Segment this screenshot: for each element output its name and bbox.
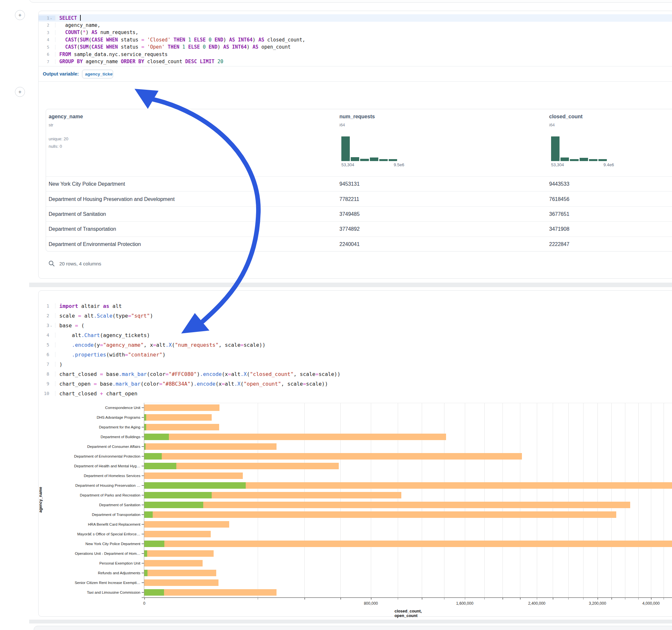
code-line[interactable]: 4 CAST(SUM(CASE WHEN status = 'Closed' T… [39,36,672,44]
bar-closed-count[interactable] [144,414,212,421]
y-axis-label: Correspondence Unit [0,403,140,413]
code-line[interactable]: 7) [39,359,672,369]
x-axis-label: 1,600,000 [456,601,473,606]
fold-chevron-icon[interactable]: ⌄ [50,16,53,20]
gridline [568,403,569,597]
cell-value: 2240041 [339,241,360,247]
code-line[interactable]: 3 COUNT(*) AS num_requests, [39,29,672,36]
column-header[interactable]: closed_count [549,114,582,120]
table-row[interactable]: Department of Transportation377489234719… [46,221,672,237]
line-number: 2 [39,23,55,28]
code-line[interactable]: 5 .encode(y="agency_name", x=alt.X("num_… [39,340,672,350]
code-line[interactable]: 1⌄SELECT [39,14,672,22]
bar-open-count[interactable] [144,443,146,450]
bar-open-count[interactable] [144,550,147,557]
code-line[interactable]: 2scale = alt.Scale(type="sqrt") [39,311,672,320]
chart-x-axis-title: closed_count, open_count [394,609,422,618]
bar-closed-count[interactable] [144,521,229,528]
table-footer: 20 rows, 4 columns [48,259,101,268]
y-axis-label: Senior Citizen Rent Increase Exempti… [0,578,140,587]
search-icon[interactable] [48,260,55,267]
bar-open-count[interactable] [144,589,164,596]
dataframe-preview-card: agency_namestrunique: 20nulls: 0num_requ… [46,109,672,251]
code-line[interactable]: 3⌄base = ( [39,320,672,330]
bar-closed-count[interactable] [144,560,202,566]
bar-closed-count[interactable] [144,424,219,430]
bar-open-count[interactable] [144,424,146,430]
bar-open-count[interactable] [144,463,176,469]
cell-gap [29,283,672,287]
table-row[interactable]: Department of Environmental Protection22… [46,237,672,252]
bar-closed-count[interactable] [144,434,446,440]
add-cell-button-top[interactable]: + [15,10,25,20]
bar-open-count[interactable] [144,511,153,518]
histogram-range-labels: 53,3049.4e6 [551,162,614,167]
y-axis-label: Department of Health and Mental Hyg… [0,461,140,471]
bar-open-count[interactable] [144,570,147,576]
y-axis-label: Department of Housing Preservation … [0,481,140,490]
bar-open-count[interactable] [144,482,246,489]
fold-chevron-icon[interactable]: ⌄ [50,324,53,327]
gridline [520,403,520,597]
gridline [638,403,639,597]
y-axis-label: Department for the Aging [0,422,140,432]
output-variable-pill[interactable]: agency_tickets [82,70,113,78]
sql-code-editor[interactable]: 1⌄SELECT 2 agency_name,3 COUNT(*) AS num… [39,14,672,66]
code-line[interactable]: 4 alt.Chart(agency_tickets) [39,330,672,340]
column-header[interactable]: agency_name [49,114,83,120]
bar-closed-count[interactable] [144,589,277,596]
y-axis-label: Department of Sanitation [0,500,140,510]
code-line[interactable]: 2 agency_name, [39,22,672,29]
bar-open-count[interactable] [144,453,162,460]
line-number: 5 [39,45,55,50]
bar-closed-count[interactable] [144,550,214,557]
table-row[interactable]: Department of Sanitation37494853677651 [46,207,672,222]
table-row[interactable]: New York City Police Department945313194… [46,176,672,192]
code-line[interactable]: 5 CAST(SUM(CASE WHEN status = 'Open' THE… [39,43,672,51]
gridline [465,403,465,597]
add-cell-button-middle[interactable]: + [15,87,25,97]
x-axis-label: 4,000,000 [642,601,659,606]
column-histogram[interactable] [341,137,397,161]
code-line[interactable]: 6FROM sample_data.nyc.service_requests [39,51,672,58]
line-number: 4 [39,333,55,338]
bar-closed-count[interactable] [144,511,616,518]
bar-open-count[interactable] [144,434,169,440]
column-histogram[interactable] [551,137,607,161]
column-type: i64 [549,122,555,127]
code-line[interactable]: 10chart_closed + chart_open [39,389,672,398]
x-axis-label: 0 [143,601,146,606]
code-line[interactable]: 1import altair as alt [39,301,672,311]
column-stats: unique: 20nulls: 0 [49,135,68,150]
y-axis-label: Department of Homeless Services [0,471,140,481]
output-variable-label: Output variable: [43,71,79,76]
y-axis-label: New York City Police Department [0,539,140,549]
bar-closed-count[interactable] [144,502,630,508]
bar-closed-count[interactable] [144,570,216,576]
line-number: 9 [39,381,55,386]
bar-open-count[interactable] [144,414,146,421]
bar-closed-count[interactable] [144,453,522,460]
bar-closed-count[interactable] [144,472,243,479]
table-row[interactable]: Department of Housing Preservation and D… [46,191,672,207]
bar-open-count[interactable] [144,492,212,499]
python-code-editor[interactable]: 1import altair as alt2scale = alt.Scale(… [39,301,672,398]
code-line[interactable]: 7GROUP BY agency_name ORDER BY closed_co… [39,58,672,66]
bar-closed-count[interactable] [144,405,219,411]
y-axis-label: HRA Benefit Card Replacement [0,519,140,529]
cell-value: 9453131 [339,181,360,187]
line-number: 6 [39,352,55,357]
bar-open-count[interactable] [144,540,164,547]
bar-open-count[interactable] [144,502,203,508]
code-line[interactable]: 9chart_open = base.mark_bar(color="#8BC3… [39,379,672,389]
column-header[interactable]: num_requests [339,114,375,120]
bar-closed-count[interactable] [144,579,218,586]
bar-closed-count[interactable] [144,531,211,537]
bar-closed-count[interactable] [144,540,672,547]
code-line[interactable]: 8chart_closed = base.mark_bar(color="#FF… [39,369,672,379]
line-number: 10 [39,391,55,396]
bar-closed-count[interactable] [144,443,277,450]
code-line[interactable]: 6 .properties(width="container") [39,350,672,359]
gridline [583,403,583,597]
x-axis-label: 800,000 [364,601,378,606]
